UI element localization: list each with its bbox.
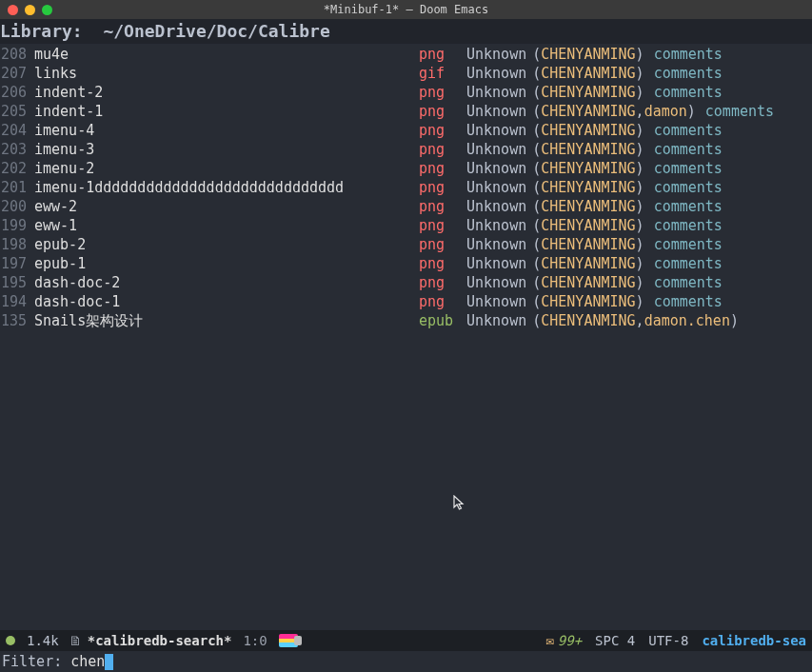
paren-open: (	[532, 292, 541, 311]
list-item[interactable]: 202imenu-2pngUnknown(CHENYANMING)comment…	[0, 159, 812, 178]
minimize-icon[interactable]	[25, 5, 35, 15]
minibuf-input[interactable]: chen	[70, 653, 105, 670]
modeline: 1.4k 🗎 *calibredb-search* 1:0 ✉ 99+ SPC …	[0, 630, 812, 651]
list-item[interactable]: 200eww-2pngUnknown(CHENYANMING)comments	[0, 197, 812, 216]
item-author: CHENYANMING	[541, 45, 635, 64]
item-title: imenu-3	[34, 140, 419, 159]
minibuffer[interactable]: Filter: chen	[0, 651, 812, 672]
paren-open: (	[532, 102, 541, 121]
item-comments[interactable]: comments	[654, 83, 723, 102]
paren-close: )	[636, 45, 644, 64]
list-item[interactable]: 195dash-doc-2pngUnknown(CHENYANMING)comm…	[0, 273, 812, 292]
item-comments[interactable]: comments	[654, 140, 723, 159]
item-format: png	[419, 121, 453, 140]
item-id: 208	[0, 45, 27, 64]
item-author: CHENYANMING	[541, 159, 635, 178]
list-item[interactable]: 207linksgifUnknown(CHENYANMING)comments	[0, 64, 812, 83]
item-title: epub-2	[34, 235, 419, 254]
item-title: imenu-4	[34, 121, 419, 140]
item-id: 200	[0, 197, 27, 216]
item-title: links	[34, 64, 419, 83]
list-item[interactable]: 135Snails架构设计epubUnknown(CHENYANMING,dam…	[0, 311, 812, 330]
item-author: CHENYANMING	[541, 216, 635, 235]
item-format: png	[419, 197, 453, 216]
paren-close: )	[636, 178, 644, 197]
list-item[interactable]: 197epub-1pngUnknown(CHENYANMING)comments	[0, 254, 812, 273]
paren-close: )	[636, 140, 644, 159]
item-author: CHENYANMING	[541, 64, 635, 83]
close-icon[interactable]	[8, 5, 18, 15]
item-title: indent-1	[34, 102, 419, 121]
item-format: png	[419, 273, 453, 292]
paren-open: (	[532, 178, 541, 197]
paren-close: )	[687, 102, 696, 121]
buffer-name[interactable]: *calibredb-search*	[88, 633, 232, 648]
item-id: 205	[0, 102, 27, 121]
item-title: eww-2	[34, 197, 419, 216]
list-item[interactable]: 205indent-1pngUnknown(CHENYANMING,damon)…	[0, 102, 812, 121]
paren-open: (	[532, 216, 541, 235]
item-comments[interactable]: comments	[654, 178, 723, 197]
mail-icon[interactable]: ✉	[545, 633, 553, 648]
list-item[interactable]: 203imenu-3pngUnknown(CHENYANMING)comment…	[0, 140, 812, 159]
list-item[interactable]: 198epub-2pngUnknown(CHENYANMING)comments	[0, 235, 812, 254]
paren-open: (	[532, 197, 541, 216]
item-format: png	[419, 159, 453, 178]
list-item[interactable]: 201imenu-1dddddddddddddddddddddddddddddp…	[0, 178, 812, 197]
text-cursor	[105, 654, 113, 670]
paren-open: (	[532, 235, 541, 254]
item-status: Unknown	[466, 292, 526, 311]
paren-close: )	[636, 273, 644, 292]
file-icon: 🗎	[69, 633, 82, 648]
list-item[interactable]: 208mu4epngUnknown(CHENYANMING)comments	[0, 45, 812, 64]
item-format: png	[419, 45, 453, 64]
results-list: 208mu4epngUnknown(CHENYANMING)comments20…	[0, 44, 812, 330]
item-comments[interactable]: comments	[654, 254, 723, 273]
results-area: 208mu4epngUnknown(CHENYANMING)comments20…	[0, 44, 812, 640]
cursor-pos: 1:0	[243, 633, 267, 648]
item-id: 198	[0, 235, 27, 254]
item-comments[interactable]: comments	[654, 45, 723, 64]
item-comments[interactable]: comments	[654, 121, 723, 140]
item-title: dash-doc-1	[34, 292, 419, 311]
item-comments[interactable]: comments	[654, 273, 723, 292]
library-label: Library:	[0, 21, 103, 41]
library-header: Library: ~/OneDrive/Doc/Calibre	[0, 19, 812, 44]
item-status: Unknown	[466, 273, 526, 292]
item-comments[interactable]: comments	[654, 197, 723, 216]
indent-info: SPC 4	[595, 633, 635, 648]
major-mode[interactable]: calibredb-sea	[702, 633, 806, 648]
item-comments[interactable]: comments	[654, 292, 723, 311]
item-comments[interactable]: comments	[654, 64, 723, 83]
paren-close: )	[636, 254, 644, 273]
list-item[interactable]: 194dash-doc-1pngUnknown(CHENYANMING)comm…	[0, 292, 812, 311]
item-author: CHENYANMING	[541, 311, 635, 330]
item-comments[interactable]: comments	[705, 102, 774, 121]
item-status: Unknown	[466, 216, 526, 235]
item-title: imenu-2	[34, 159, 419, 178]
list-item[interactable]: 206indent-2pngUnknown(CHENYANMING)commen…	[0, 83, 812, 102]
item-comments[interactable]: comments	[654, 235, 723, 254]
item-comments[interactable]: comments	[654, 159, 723, 178]
item-title: dash-doc-2	[34, 273, 419, 292]
paren-close: )	[636, 159, 644, 178]
list-item[interactable]: 204imenu-4pngUnknown(CHENYANMING)comment…	[0, 121, 812, 140]
paren-close: )	[636, 216, 644, 235]
item-format: gif	[419, 64, 453, 83]
item-status: Unknown	[466, 159, 526, 178]
state-dot-icon	[6, 636, 15, 645]
item-format: png	[419, 140, 453, 159]
paren-open: (	[532, 254, 541, 273]
paren-open: (	[532, 140, 541, 159]
item-status: Unknown	[466, 102, 526, 121]
item-author: CHENYANMING	[541, 140, 635, 159]
item-id: 202	[0, 159, 27, 178]
item-format: png	[419, 292, 453, 311]
item-id: 195	[0, 273, 27, 292]
item-comments[interactable]: comments	[654, 216, 723, 235]
mail-count: 99+	[558, 633, 582, 648]
item-author: CHENYANMING	[541, 273, 635, 292]
item-status: Unknown	[466, 178, 526, 197]
maximize-icon[interactable]	[42, 5, 52, 15]
list-item[interactable]: 199eww-1pngUnknown(CHENYANMING)comments	[0, 216, 812, 235]
